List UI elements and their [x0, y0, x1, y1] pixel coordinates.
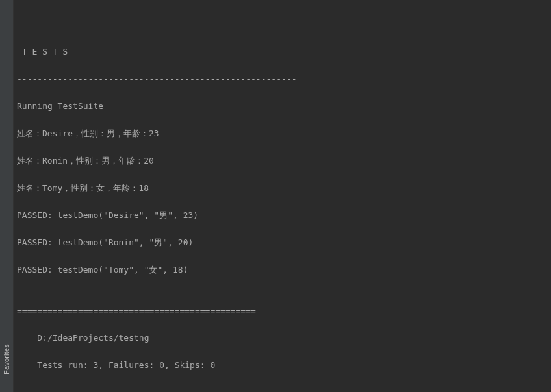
- console-line: ========================================…: [17, 386, 551, 392]
- console-line: PASSED: testDemo("Tomy", "女", 18): [17, 263, 551, 276]
- console-line: 姓名：Tomy，性别：女，年龄：18: [17, 181, 551, 195]
- console-line: T E S T S: [17, 45, 551, 58]
- console-line: 姓名：Desire，性别：男，年龄：23: [17, 127, 551, 140]
- console-line: ========================================…: [17, 304, 551, 317]
- sidebar: Favorites: [0, 0, 14, 392]
- console-line: D:/IdeaProjects/testng: [17, 331, 551, 345]
- console-line: PASSED: testDemo("Desire", "男", 23): [17, 208, 551, 222]
- console-line: PASSED: testDemo("Ronin", "男", 20): [17, 236, 551, 249]
- console-line: ----------------------------------------…: [17, 18, 551, 31]
- sidebar-favorites-tab[interactable]: Favorites: [0, 344, 14, 374]
- console-line: 姓名：Ronin，性别：男，年龄：20: [17, 154, 551, 167]
- console-line: Running TestSuite: [17, 99, 551, 113]
- console-output: ----------------------------------------…: [17, 4, 551, 392]
- console-line: ----------------------------------------…: [17, 72, 551, 86]
- console-line: Tests run: 3, Failures: 0, Skips: 0: [17, 358, 551, 372]
